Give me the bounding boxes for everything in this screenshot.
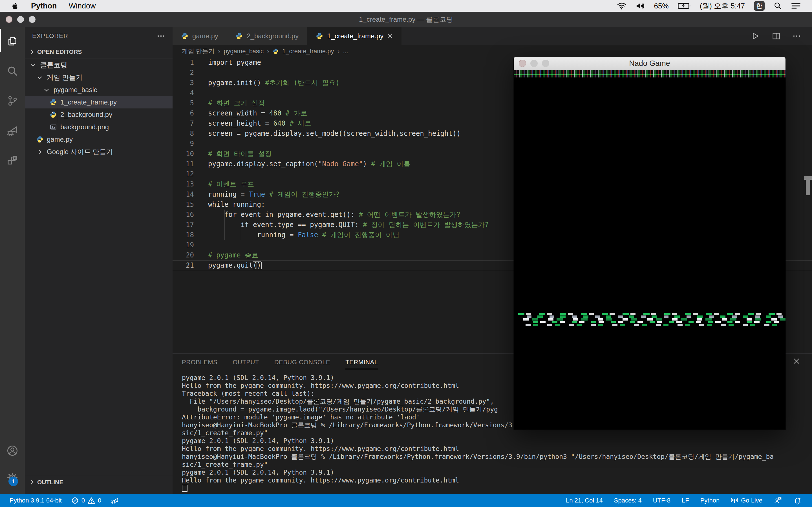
- volume-icon[interactable]: [636, 2, 645, 10]
- indentation-status[interactable]: Spaces: 4: [614, 497, 642, 504]
- python-icon: [236, 33, 243, 40]
- pygame-window[interactable]: Nado Game: [514, 57, 785, 430]
- search-icon[interactable]: [6, 65, 18, 77]
- python-file-icon: [49, 99, 57, 106]
- close-tab-icon[interactable]: [388, 33, 393, 39]
- tree-item-2_background-py[interactable]: 2_background.py: [25, 108, 172, 121]
- editor-scrollbar-thumb[interactable]: [806, 180, 810, 195]
- menu-app-python[interactable]: Python: [31, 2, 57, 10]
- eol-status[interactable]: LF: [682, 497, 689, 504]
- tree-item-game-py[interactable]: game.py: [25, 133, 172, 146]
- breadcrumb-item[interactable]: pygame_basic: [223, 48, 264, 55]
- tree-item-label: background.png: [60, 123, 109, 131]
- feedback-icon[interactable]: [774, 496, 782, 505]
- wifi-icon[interactable]: [617, 2, 626, 10]
- status-bar: Python 3.9.1 64-bit 0 0 Ln 21, Col 14 Sp…: [0, 494, 812, 507]
- accounts-icon[interactable]: [6, 445, 18, 457]
- menu-window[interactable]: Window: [69, 2, 96, 10]
- problems-status[interactable]: 0 0: [71, 497, 101, 504]
- outline-section[interactable]: OUTLINE: [25, 475, 172, 489]
- breadcrumb-separator: ›: [267, 47, 269, 55]
- tree-item-pygame_basic[interactable]: pygame_basic: [25, 83, 172, 96]
- spotlight-search-icon[interactable]: [774, 2, 782, 10]
- terminal-line: sic/1_create_frame.py": [182, 460, 812, 468]
- line-number: 14: [172, 189, 194, 200]
- source-control-icon[interactable]: [6, 95, 18, 107]
- run-debug-icon[interactable]: [6, 124, 18, 137]
- line-number: 21: [172, 261, 194, 270]
- python-icon: [181, 33, 188, 40]
- menu-clock[interactable]: (월) 오후 5:47: [700, 1, 745, 11]
- language-mode-status[interactable]: Python: [700, 497, 720, 504]
- settings-gear-icon[interactable]: 1: [6, 471, 18, 484]
- tab-game-py[interactable]: game.py: [172, 27, 227, 45]
- encoding-status[interactable]: UTF-8: [653, 497, 670, 504]
- breadcrumb-separator: ›: [337, 47, 340, 55]
- input-source-badge[interactable]: 한: [754, 1, 765, 11]
- pygame-title-bar[interactable]: Nado Game: [514, 57, 785, 70]
- python-interpreter-status[interactable]: Python 3.9.1 64-bit: [10, 497, 62, 504]
- explorer-title: EXPLORER: [32, 33, 68, 40]
- terminal-line: pygame 2.0.1 (SDL 2.0.14, Python 3.9.1): [182, 468, 812, 476]
- tab-terminal[interactable]: TERMINAL: [345, 358, 378, 369]
- open-editors-section[interactable]: OPEN EDITORS: [25, 45, 172, 59]
- tab-debug-console[interactable]: DEBUG CONSOLE: [274, 358, 330, 366]
- tab-2-background-py[interactable]: 2_background.py: [227, 27, 307, 45]
- line-number: 17: [172, 220, 194, 230]
- tree-item-label: 1_create_frame.py: [60, 98, 117, 106]
- breadcrumb-item[interactable]: 1_create_frame.py: [282, 48, 334, 55]
- tab-problems[interactable]: PROBLEMS: [182, 358, 217, 366]
- menu-bar-status-area: 65% (월) 오후 5:47 한: [617, 1, 812, 11]
- pygame-glitch-band-top: [514, 70, 785, 77]
- explorer-icon[interactable]: [6, 35, 18, 47]
- tab-1-create-frame-py[interactable]: 1_create_frame.py: [307, 27, 402, 45]
- indent-guide: [224, 220, 225, 230]
- go-live-status[interactable]: Go Live: [731, 497, 762, 504]
- warning-count: 0: [98, 497, 101, 504]
- pygame-window-title: Nado Game: [514, 59, 785, 68]
- tree-item-게임-만들기[interactable]: 게임 만들기: [25, 71, 172, 83]
- indent-guide: [224, 210, 225, 220]
- control-center-icon[interactable]: [791, 2, 801, 10]
- tree-item-label: game.py: [47, 135, 73, 144]
- editor-more-actions-button[interactable]: [793, 35, 801, 38]
- battery-icon[interactable]: [678, 2, 691, 10]
- indent-guide: [257, 230, 257, 240]
- extensions-icon[interactable]: [6, 154, 18, 167]
- tab-label: 1_create_frame.py: [327, 32, 384, 40]
- apple-logo-icon[interactable]: [11, 2, 19, 10]
- line-number: 16: [172, 210, 194, 220]
- split-editor-button[interactable]: [772, 32, 780, 40]
- terminal-line: pygame 2.0.1 (SDL 2.0.14, Python 3.9.1): [182, 437, 812, 445]
- line-number: 12: [172, 169, 194, 179]
- notifications-bell-icon[interactable]: [794, 496, 802, 505]
- run-file-button[interactable]: [751, 32, 760, 40]
- tab-output[interactable]: OUTPUT: [233, 358, 259, 366]
- python-icon: [273, 48, 279, 54]
- line-number: 6: [172, 108, 194, 118]
- breadcrumb[interactable]: 게임 만들기›pygame_basic›1_create_frame.py›..…: [172, 45, 812, 57]
- tab-label: 2_background.py: [247, 32, 299, 40]
- tree-item-1_create_frame-py[interactable]: 1_create_frame.py: [25, 96, 172, 108]
- explorer-sidebar: EXPLORER OPEN EDITORS 클론코딩게임 만들기pygame_b…: [25, 27, 172, 494]
- tree-item-background-png[interactable]: background.png: [25, 121, 172, 133]
- line-number: 5: [172, 98, 194, 108]
- python-file-icon: [36, 136, 44, 143]
- python-icon: [316, 33, 323, 40]
- indent-guide: [224, 230, 225, 240]
- tree-item-클론코딩[interactable]: 클론코딩: [25, 59, 172, 71]
- cursor-position-status[interactable]: Ln 21, Col 14: [566, 497, 603, 504]
- file-tree: 클론코딩게임 만들기pygame_basic1_create_frame.py2…: [25, 59, 172, 158]
- breadcrumb-item[interactable]: 게임 만들기: [182, 47, 214, 55]
- terminal-line: sic/1_create_frame.py": [182, 429, 812, 437]
- breadcrumb-item[interactable]: ...: [343, 48, 348, 55]
- explorer-more-actions-icon[interactable]: [157, 34, 165, 38]
- close-panel-icon[interactable]: [793, 357, 800, 365]
- outline-label: OUTLINE: [37, 479, 63, 486]
- tree-item-Google-사이트-만들기[interactable]: Google 사이트 만들기: [25, 146, 172, 158]
- line-number: 2: [172, 68, 194, 78]
- image-file-icon: [49, 123, 57, 131]
- open-editors-label: OPEN EDITORS: [37, 48, 82, 55]
- debug-status-icon[interactable]: [111, 497, 119, 504]
- line-number: 10: [172, 149, 194, 159]
